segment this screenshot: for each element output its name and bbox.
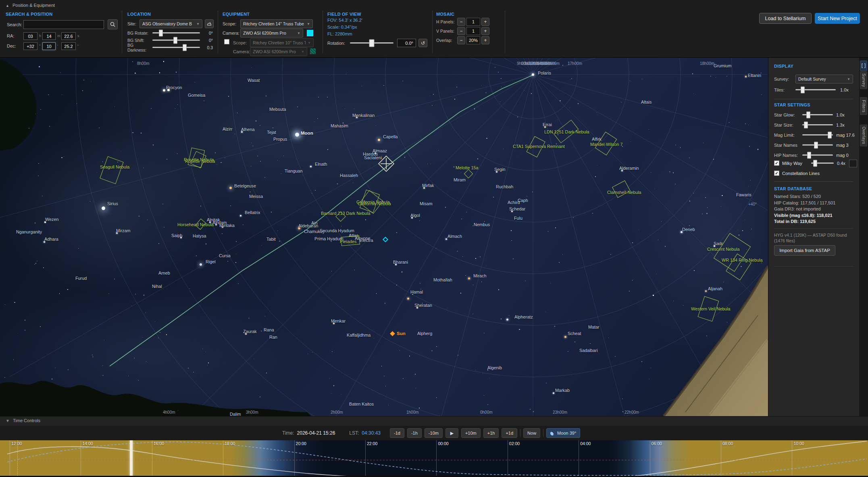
sky-map[interactable]: ProcyonGomeisaWasatMebsutaMenkalinanMaha… bbox=[0, 57, 768, 416]
background-star bbox=[108, 294, 109, 294]
milky-way-label: Milky Way bbox=[782, 161, 802, 166]
star-label: Alzirr bbox=[223, 127, 233, 131]
camera-dropdown[interactable]: ZWO ASI 6200mm Pro▼ bbox=[240, 29, 303, 37]
time-step-button[interactable]: -1h bbox=[407, 428, 422, 438]
survey-dropdown[interactable]: Default Survey▼ bbox=[795, 75, 853, 83]
camera2-color-swatch[interactable] bbox=[310, 48, 316, 54]
dec-degrees-unit: ° bbox=[39, 44, 41, 48]
second-scope-checkbox[interactable] bbox=[224, 39, 229, 44]
background-star bbox=[615, 356, 616, 357]
star-setting-slider-thumb[interactable] bbox=[804, 121, 808, 128]
rotation-value-field[interactable]: 0.0° bbox=[397, 39, 416, 47]
site-dropdown[interactable]: ASG Observatory Dome B▼ bbox=[139, 19, 202, 28]
nebula-label: Crescent Nebula bbox=[707, 247, 739, 252]
time-label: Time: bbox=[282, 430, 294, 436]
dec-grid-label: +40° bbox=[748, 202, 757, 206]
bg-slider-thumb[interactable] bbox=[173, 37, 177, 44]
dec-minutes-field[interactable] bbox=[42, 42, 56, 50]
ra-seconds-field[interactable] bbox=[61, 32, 76, 40]
stepper-value-field[interactable]: 1 bbox=[466, 18, 480, 26]
time-step-button[interactable]: +1d bbox=[502, 428, 517, 438]
star-setting-slider-thumb[interactable] bbox=[807, 152, 811, 158]
load-to-stellarium-button[interactable]: Load to Stellarium bbox=[759, 13, 812, 24]
star-label: Matar bbox=[588, 325, 599, 329]
search-button[interactable] bbox=[108, 19, 118, 29]
moon-button-label: Moon 39° bbox=[557, 431, 576, 435]
stepper-plus-button[interactable]: + bbox=[481, 36, 489, 44]
time-step-button[interactable]: -10m bbox=[425, 428, 443, 438]
divider bbox=[122, 10, 122, 53]
moon-altitude-curve bbox=[7, 442, 867, 475]
chevron-down-icon: ▼ bbox=[307, 22, 310, 26]
stepper-plus-button[interactable]: + bbox=[481, 18, 489, 26]
tiles-slider-thumb[interactable] bbox=[801, 86, 805, 93]
star-setting-slider[interactable] bbox=[802, 114, 833, 115]
constellation-lines-label: Constellation Lines bbox=[782, 171, 820, 176]
background-star bbox=[358, 310, 359, 310]
time-step-button[interactable]: +1h bbox=[483, 428, 499, 438]
background-star bbox=[608, 337, 609, 338]
milky-way-extra-field[interactable] bbox=[849, 160, 857, 167]
star-label: Procyon bbox=[166, 85, 182, 90]
stepper-minus-button[interactable]: − bbox=[457, 27, 465, 35]
bg-slider[interactable] bbox=[152, 47, 200, 48]
scope2-dropdown[interactable]: Ritchey Chretien 10" Truss Tube▼ bbox=[250, 38, 314, 47]
stepper-value-field[interactable]: 1 bbox=[466, 27, 480, 35]
start-new-project-button[interactable]: Start New Project bbox=[815, 13, 860, 24]
ra-hours-field[interactable] bbox=[23, 32, 37, 40]
star-setting-slider[interactable] bbox=[802, 124, 833, 125]
side-tab-filters[interactable]: Filters bbox=[860, 97, 867, 115]
bg-slider[interactable] bbox=[152, 32, 200, 33]
ra-minutes-field[interactable] bbox=[42, 32, 56, 40]
star-setting-slider-thumb[interactable] bbox=[806, 111, 810, 118]
dec-seconds-field[interactable] bbox=[61, 42, 76, 50]
moon-altitude-button[interactable]: Moon 39° bbox=[546, 428, 580, 438]
background-star bbox=[159, 72, 160, 73]
background-star bbox=[365, 219, 366, 220]
time-step-button[interactable]: +10m bbox=[461, 428, 481, 438]
star-label: Eltanin bbox=[748, 73, 761, 78]
star-setting-slider-thumb[interactable] bbox=[828, 131, 832, 138]
rotation-reset-button[interactable]: ↺ bbox=[418, 39, 427, 47]
terrain-foreground bbox=[0, 57, 768, 416]
current-time-marker[interactable] bbox=[130, 440, 133, 476]
stepper-minus-button[interactable]: − bbox=[457, 36, 465, 44]
milky-way-checkbox[interactable]: ✓ bbox=[774, 160, 779, 166]
milky-way-slider-thumb[interactable] bbox=[813, 160, 817, 167]
rotation-slider[interactable] bbox=[350, 42, 393, 44]
star-setting-slider-thumb[interactable] bbox=[814, 142, 818, 148]
stepper-value-field[interactable]: 20% bbox=[466, 36, 480, 44]
collapse-panel-button[interactable] bbox=[860, 60, 867, 71]
import-gaia-button[interactable]: Import Gaia from ASTAP bbox=[774, 245, 835, 256]
time-controls-header[interactable]: ▼ Time Controls bbox=[0, 416, 868, 426]
panel-collapse-header[interactable]: ▲ Position & Equipment bbox=[6, 3, 55, 8]
star-setting-slider[interactable] bbox=[802, 134, 833, 135]
rotation-slider-thumb[interactable] bbox=[369, 39, 375, 47]
bg-slider[interactable] bbox=[152, 40, 200, 41]
star-setting-slider[interactable] bbox=[802, 154, 833, 156]
bg-slider-thumb[interactable] bbox=[183, 44, 187, 51]
dec-degrees-field[interactable] bbox=[23, 42, 37, 50]
play-button[interactable]: ▶ bbox=[445, 428, 458, 438]
camera2-dropdown[interactable]: ZWO ASI 6200mm Pro▼ bbox=[250, 47, 307, 56]
constellation-lines-checkbox[interactable]: ✓ bbox=[774, 171, 779, 176]
tiles-slider[interactable] bbox=[795, 89, 836, 90]
side-tab-overlays[interactable]: Overlays bbox=[860, 125, 867, 146]
milky-way-slider[interactable] bbox=[811, 162, 834, 164]
search-input[interactable] bbox=[23, 20, 104, 29]
scope-dropdown[interactable]: Ritchey Chretien 14" Truss Tube▼ bbox=[240, 19, 313, 28]
camera-color-swatch[interactable] bbox=[306, 29, 314, 37]
bg-slider-thumb[interactable] bbox=[159, 29, 163, 36]
section-title-location: LOCATION bbox=[127, 12, 151, 17]
timeline-gridline bbox=[650, 440, 650, 476]
time-step-button[interactable]: -1d bbox=[390, 428, 404, 438]
now-button[interactable]: Now bbox=[523, 428, 540, 438]
observatory-button[interactable] bbox=[205, 19, 214, 28]
side-tab-survey[interactable]: Survey bbox=[860, 71, 867, 89]
star-label: Furud bbox=[75, 276, 87, 281]
star-setting-slider[interactable] bbox=[802, 144, 833, 146]
stepper-minus-button[interactable]: − bbox=[457, 18, 465, 26]
nebula-label: Horsehead Nebula bbox=[177, 222, 214, 227]
stepper-plus-button[interactable]: + bbox=[481, 27, 489, 35]
timeline[interactable]: 12:0014:0016:0018:0020:0022:0000:0002:00… bbox=[0, 440, 868, 476]
